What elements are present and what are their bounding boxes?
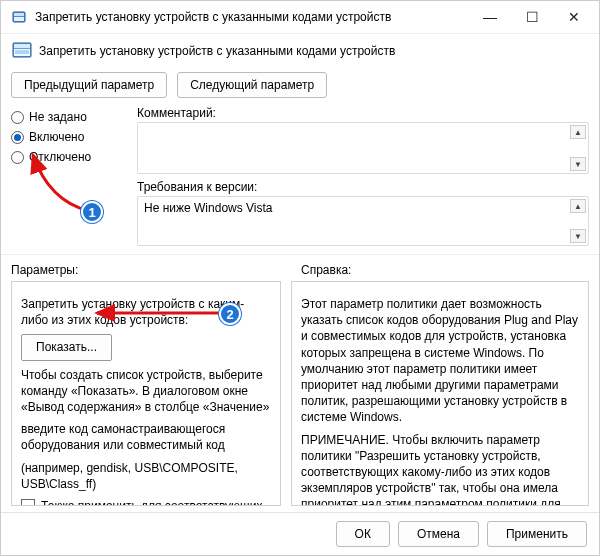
- comment-label: Комментарий:: [137, 106, 589, 120]
- next-setting-button[interactable]: Следующий параметр: [177, 72, 327, 98]
- options-panel: Запретить установку устройств с каким-ли…: [11, 281, 281, 506]
- checkbox-icon[interactable]: [21, 499, 35, 506]
- options-text: введите код самонастраивающегося оборудо…: [21, 421, 271, 453]
- supported-label: Требования к версии:: [137, 180, 589, 194]
- prev-setting-button[interactable]: Предыдущий параметр: [11, 72, 167, 98]
- svg-rect-1: [14, 13, 24, 16]
- spin-up-icon[interactable]: ▲: [570, 199, 586, 213]
- help-text: ПРИМЕЧАНИЕ. Чтобы включить параметр поли…: [301, 432, 579, 507]
- ok-button[interactable]: ОК: [336, 521, 390, 547]
- radio-not-configured[interactable]: Не задано: [11, 110, 131, 124]
- svg-rect-4: [14, 44, 30, 48]
- window-title: Запретить установку устройств с указанны…: [35, 10, 481, 24]
- minimize-button[interactable]: —: [481, 9, 499, 25]
- checkbox-label: Также применить для соответствующих устр…: [41, 498, 271, 506]
- show-button[interactable]: Показать...: [21, 334, 112, 360]
- cancel-button[interactable]: Отмена: [398, 521, 479, 547]
- comment-textarea[interactable]: ▲ ▼: [137, 122, 589, 174]
- svg-rect-2: [14, 17, 24, 21]
- radio-label: Включено: [29, 130, 84, 144]
- radio-icon: [11, 111, 24, 124]
- radio-label: Не задано: [29, 110, 87, 124]
- close-button[interactable]: ✕: [565, 9, 583, 25]
- options-text: Чтобы создать список устройств, выберите…: [21, 367, 271, 416]
- maximize-button[interactable]: ☐: [523, 9, 541, 25]
- supported-on-box: Не ниже Windows Vista ▲ ▼: [137, 196, 589, 246]
- options-text: (например, gendisk, USB\COMPOSITE, USB\C…: [21, 460, 271, 492]
- radio-enabled[interactable]: Включено: [11, 130, 131, 144]
- also-apply-checkbox-row[interactable]: Также применить для соответствующих устр…: [21, 498, 271, 506]
- policy-icon: [11, 9, 27, 25]
- radio-label: Отключено: [29, 150, 91, 164]
- policy-large-icon: [11, 40, 33, 62]
- options-heading: Запретить установку устройств с каким-ли…: [21, 296, 271, 328]
- radio-icon-selected: [11, 131, 24, 144]
- help-label: Справка:: [301, 263, 351, 277]
- radio-disabled[interactable]: Отключено: [11, 150, 131, 164]
- apply-button[interactable]: Применить: [487, 521, 587, 547]
- help-text: Этот параметр политики дает возможность …: [301, 296, 579, 426]
- options-label: Параметры:: [11, 263, 281, 277]
- spin-up-icon[interactable]: ▲: [570, 125, 586, 139]
- spin-down-icon[interactable]: ▼: [570, 157, 586, 171]
- supported-on-text: Не ниже Windows Vista: [144, 201, 273, 215]
- help-panel: Этот параметр политики дает возможность …: [291, 281, 589, 506]
- radio-icon: [11, 151, 24, 164]
- spin-down-icon[interactable]: ▼: [570, 229, 586, 243]
- policy-subtitle: Запретить установку устройств с указанны…: [39, 44, 395, 58]
